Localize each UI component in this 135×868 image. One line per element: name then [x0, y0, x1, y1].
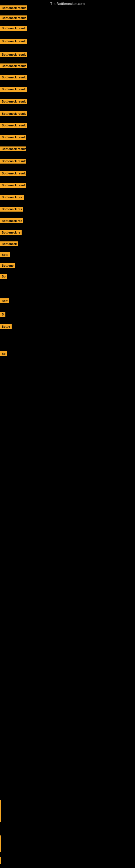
bottleneck-badge-4: Bottleneck result	[0, 39, 27, 44]
bottleneck-badge-10: Bottleneck result	[0, 111, 27, 116]
bottleneck-badge-16: Bottleneck result	[0, 183, 26, 188]
bottleneck-badge-27: B	[0, 312, 5, 317]
bottleneck-badge-8: Bottleneck result	[0, 87, 27, 92]
bottleneck-badge-24: Bo	[0, 274, 7, 279]
bottleneck-badge-14: Bottleneck result	[0, 159, 26, 163]
bottleneck-badge-6: Bottleneck result	[0, 63, 27, 68]
bottleneck-badge-17: Bottleneck res	[0, 195, 24, 199]
bottleneck-badge-11: Bottleneck result	[0, 123, 27, 128]
bottleneck-badge-18: Bottleneck res	[0, 207, 23, 212]
bottleneck-badge-12: Bottleneck result	[0, 135, 26, 140]
bottleneck-badge-9: Bottleneck result	[0, 99, 27, 104]
bottleneck-badge-22: Bottl	[0, 252, 10, 257]
bottleneck-badge-26: Bott	[0, 299, 9, 303]
bottleneck-badge-15: Bottleneck result	[0, 171, 26, 176]
bottom-bar-3	[0, 857, 1, 864]
bottleneck-badge-23: Bottlene	[0, 263, 15, 268]
bottleneck-badge-20: Bottleneck re	[0, 230, 21, 235]
bottleneck-badge-1: Bottleneck result	[0, 5, 27, 10]
bottleneck-badge-21: Bottleneck	[0, 241, 18, 246]
bottleneck-badge-3: Bottleneck result	[0, 26, 27, 31]
bottleneck-badge-13: Bottleneck result	[0, 147, 26, 151]
bottom-bar-1	[0, 800, 1, 822]
bottleneck-badge-30: Bo	[0, 351, 7, 356]
bottom-bar-2	[0, 835, 1, 852]
bottleneck-badge-19: Bottleneck res	[0, 218, 23, 223]
bottleneck-badge-2: Bottleneck result	[0, 16, 27, 20]
bottleneck-badge-7: Bottleneck result	[0, 75, 27, 80]
bottleneck-badge-5: Bottleneck result	[0, 52, 27, 57]
bottleneck-badge-28: Bottle	[0, 324, 12, 329]
